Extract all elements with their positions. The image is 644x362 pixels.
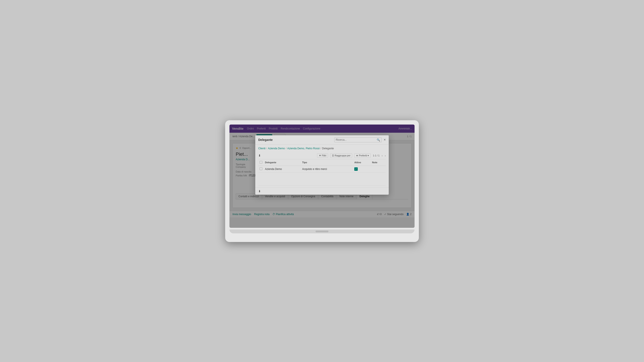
nav-next-button[interactable]: › [385,154,386,157]
breadcrumb-sep3: / [320,147,321,150]
modal-search-input[interactable] [336,138,377,141]
breadcrumb-sep1: / [266,147,267,150]
cell-attivo: ✓ [353,166,371,172]
breadcrumb-azienda-demo[interactable]: Azienda Demo [268,147,285,150]
modal-footer: ⬇ [255,188,389,195]
modal-toolbar: ⬇ ▼ Filtri ☰ Raggruppa per [258,152,386,159]
modal-close-button[interactable]: × [384,138,386,142]
modal-title: Delegante [258,138,273,142]
group-label: Raggruppa per [335,154,350,157]
breadcrumb-clienti[interactable]: Clienti [258,147,266,150]
breadcrumb-current: Delegante [322,147,334,150]
modal-wrapper: Delegante 🔍 × [255,135,389,195]
footer-download-button[interactable]: ⬇ [258,190,261,193]
search-icon: 🔍 [377,138,380,142]
fav-arrow: ▾ [368,154,369,157]
breadcrumb-pietro-rossi[interactable]: Azienda Demo, Pietro Rossi [287,147,320,150]
favorites-button[interactable]: ★ Preferiti ▾ [354,153,371,158]
modal-breadcrumb: Clienti / Azienda Demo / Azienda Demo, P… [258,147,386,150]
modal-body: Clienti / Azienda Demo / Azienda Demo, P… [255,145,389,188]
modal-search-wrap: 🔍 [334,137,382,142]
nav-prev-button[interactable]: ‹ [382,154,382,157]
active-check-icon[interactable]: ✓ [354,167,358,171]
table-row: Azienda Demo Acquisto e ritiro merci ✓ [258,166,386,172]
cell-delegante[interactable]: Azienda Demo [264,166,301,172]
toolbar-left: ⬇ [258,154,261,157]
star-fav-icon: ★ [356,154,358,157]
modal-table: Delegante Tipo Attivo Note [258,159,386,185]
col-tipo: Tipo [301,159,353,166]
row-checkbox[interactable] [260,167,262,170]
cell-note [371,166,386,172]
modal-pagination: 1-1 / 1 [373,154,380,157]
download-button[interactable]: ⬇ [258,154,261,157]
col-attivo: Attivo [353,159,371,166]
cell-tipo: Acquisto e ritiro merci [301,166,353,172]
modal: Delegante 🔍 × [255,135,389,195]
group-icon: ☰ [332,154,334,157]
group-button[interactable]: ☰ Raggruppa per [330,153,352,158]
col-delegante: Delegante [264,159,301,166]
filter-icon: ▼ [319,154,321,157]
breadcrumb-sep2: / [286,147,286,150]
filter-button[interactable]: ▼ Filtri [317,153,328,158]
select-all-checkbox[interactable] [260,161,262,164]
modal-header: Delegante 🔍 × [255,135,389,145]
toolbar-right: ▼ Filtri ☰ Raggruppa per ★ Preferiti [317,153,386,158]
filter-label: Filtri [322,154,326,157]
fav-label: Preferiti [359,154,367,157]
col-note: Note [371,159,386,166]
